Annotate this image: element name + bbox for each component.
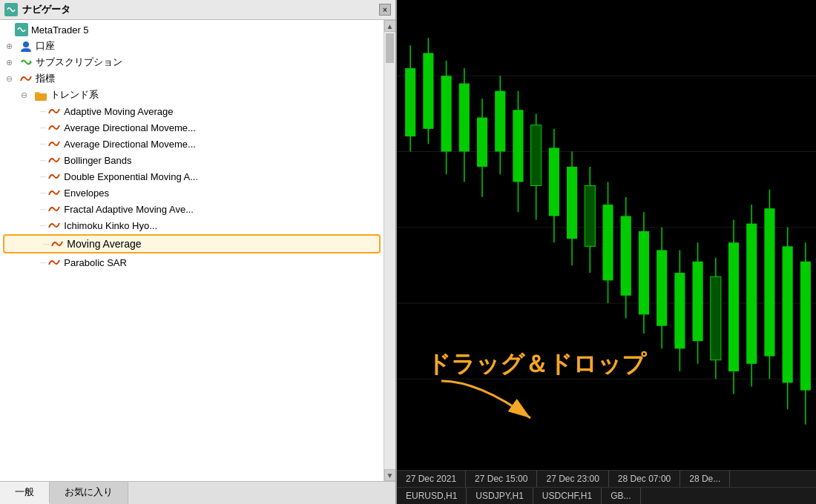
- svg-rect-46: [711, 276, 721, 359]
- expand-account-icon: ⊕: [6, 42, 19, 51]
- svg-rect-40: [657, 250, 667, 325]
- tree-connector-bb: ···: [40, 156, 46, 165]
- time-labels-row: 27 Dec 2021 27 Dec 15:00 27 Dec 23:00 28…: [397, 471, 816, 488]
- ama-indicator-icon: [47, 105, 61, 118]
- svg-rect-54: [783, 246, 793, 382]
- scroll-up-button[interactable]: ▲: [384, 20, 396, 32]
- nav-titlebar-left: ナビゲータ: [4, 3, 70, 16]
- scroll-track[interactable]: [384, 32, 395, 469]
- svg-rect-42: [674, 273, 685, 348]
- subscription-icon: [19, 56, 33, 69]
- svg-marker-3: [30, 60, 32, 64]
- time-label-2: 27 Dec 15:00: [466, 471, 537, 487]
- indicators-icon: [19, 72, 33, 85]
- svg-rect-52: [764, 208, 774, 356]
- svg-rect-56: [800, 262, 811, 391]
- adm2-label: Average Directional Moveme...: [64, 139, 196, 150]
- svg-rect-44: [693, 262, 703, 341]
- tree-item-subscription[interactable]: ⊕ サブスクリプション: [0, 54, 384, 70]
- fama-label: Fractal Adaptive Moving Ave...: [64, 204, 194, 215]
- nav-close-button[interactable]: ×: [379, 4, 391, 16]
- tree-connector-adm1: ···: [40, 124, 46, 132]
- svg-rect-48: [728, 242, 739, 371]
- envelopes-label: Envelopes: [64, 188, 109, 199]
- svg-rect-26: [531, 125, 542, 186]
- adm1-indicator-icon: [47, 121, 61, 134]
- root-label: MetaTrader 5: [31, 24, 89, 36]
- chart-area: ドラッグ＆ドロップ 27 Dec 2021 27 Dec 15:00 27 De…: [397, 0, 816, 504]
- tree-connector-dema: ···: [40, 173, 46, 181]
- tree-item-trend[interactable]: ⊖ トレンド系: [0, 87, 384, 103]
- ichimoku-indicator-icon: [47, 219, 61, 232]
- parabolic-indicator-icon: [47, 256, 61, 269]
- svg-rect-16: [441, 76, 452, 151]
- svg-rect-12: [405, 68, 415, 136]
- time-label-3: 27 Dec 23:00: [537, 471, 608, 487]
- svg-rect-14: [423, 53, 433, 129]
- fama-indicator-icon: [47, 202, 61, 216]
- scroll-thumb[interactable]: [386, 33, 394, 63]
- svg-rect-20: [477, 118, 487, 167]
- svg-rect-18: [459, 83, 470, 151]
- dema-indicator-icon: [47, 170, 61, 183]
- expand-trend-icon: ⊖: [21, 90, 34, 100]
- mt5-root-icon: [15, 23, 28, 36]
- svg-rect-36: [621, 216, 631, 295]
- tree-item-ichimoku[interactable]: ··· Ichimoku Kinko Hyo...: [0, 217, 384, 233]
- tree-connector-parabolic: ···: [40, 259, 46, 267]
- tree-item-account[interactable]: ⊕ 口座: [0, 38, 384, 54]
- nav-footer: 一般 お気に入り: [0, 481, 395, 504]
- currency-tab-2[interactable]: USDJPY,H1: [467, 488, 533, 504]
- nav-scrollbar: ▲ ▼: [384, 20, 395, 481]
- envelopes-indicator-icon: [47, 186, 61, 199]
- chart-main: ドラッグ＆ドロップ: [397, 0, 816, 470]
- svg-rect-38: [639, 231, 649, 314]
- svg-rect-24: [513, 110, 523, 182]
- svg-rect-34: [602, 205, 613, 280]
- svg-rect-50: [746, 224, 757, 364]
- svg-rect-30: [567, 167, 577, 239]
- nav-body-container: MetaTrader 5 ⊕ 口座 ⊕ サブスクリプション: [0, 20, 395, 481]
- time-label-4: 28 Dec 07:00: [609, 471, 680, 487]
- tree-item-indicators[interactable]: ⊖ 指標: [0, 70, 384, 87]
- tree-item-envelopes[interactable]: ··· Envelopes: [0, 185, 384, 201]
- currency-tab-1[interactable]: EURUSD,H1: [397, 488, 467, 504]
- nav-title: ナビゲータ: [22, 3, 70, 16]
- adm2-indicator-icon: [47, 137, 61, 150]
- bb-label: Bollinger Bands: [64, 155, 131, 166]
- currency-tab-4[interactable]: GB...: [602, 488, 640, 504]
- ma-label: Moving Average: [67, 238, 141, 250]
- currency-tab-3[interactable]: USDCHF,H1: [533, 488, 602, 504]
- tree-connector-envelopes: ···: [40, 189, 46, 197]
- tree-item-dema[interactable]: ··· Double Exponential Moving A...: [0, 168, 384, 185]
- account-label: 口座: [36, 39, 55, 53]
- tree-item-parabolic[interactable]: ··· Parabolic SAR: [0, 254, 384, 271]
- time-label-1: 27 Dec 2021: [397, 471, 466, 487]
- parabolic-label: Parabolic SAR: [64, 257, 127, 268]
- tree-item-ma[interactable]: ··· Moving Average: [3, 234, 381, 253]
- account-icon: [19, 39, 33, 53]
- svg-rect-4: [35, 93, 47, 101]
- tree-item-adm2[interactable]: ··· Average Directional Moveme...: [0, 136, 384, 152]
- scroll-down-button[interactable]: ▼: [384, 469, 396, 481]
- time-label-5: 28 De...: [680, 471, 730, 487]
- tree-item-ama[interactable]: ··· Adaptive Moving Average: [0, 103, 384, 119]
- tree-connector-fama: ···: [40, 205, 46, 213]
- svg-rect-28: [549, 147, 559, 216]
- tree-item-fama[interactable]: ··· Fractal Adaptive Moving Ave...: [0, 201, 384, 217]
- tree-connector-ma: ···: [43, 240, 49, 248]
- tree-root-item[interactable]: MetaTrader 5: [0, 21, 384, 38]
- mt5-logo-icon: [4, 3, 18, 16]
- subscription-label: サブスクリプション: [36, 56, 122, 69]
- tree-connector-ichimoku: ···: [40, 222, 46, 230]
- tree-connector-adm2: ···: [40, 140, 46, 148]
- tree-item-adm1[interactable]: ··· Average Directional Moveme...: [0, 119, 384, 136]
- navigator-panel: ナビゲータ × MetaTrader 5 ⊕ 口座: [0, 0, 397, 504]
- ma-indicator-icon: [50, 237, 64, 251]
- expand-subscription-icon: ⊕: [6, 58, 19, 67]
- tree-item-bb[interactable]: ··· Bollinger Bands: [0, 152, 384, 168]
- tab-favorites[interactable]: お気に入り: [50, 482, 128, 504]
- tab-general[interactable]: 一般: [0, 482, 50, 504]
- bb-indicator-icon: [47, 153, 61, 167]
- nav-titlebar: ナビゲータ ×: [0, 0, 395, 20]
